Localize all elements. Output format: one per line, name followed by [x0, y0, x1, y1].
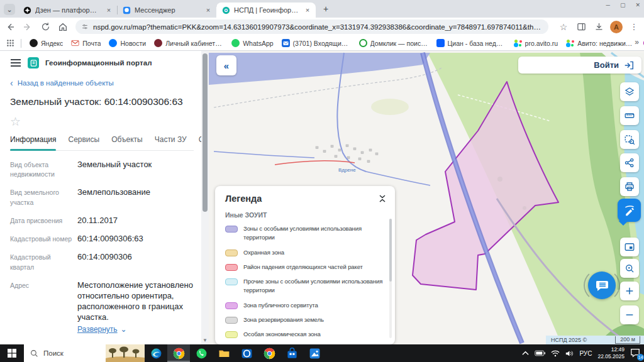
window-minimize-icon[interactable]: ─ [606, 2, 610, 8]
back-to-results-link[interactable]: ‹ Назад в найденные объекты [10, 78, 194, 88]
apps-grid-icon[interactable] [6, 39, 14, 47]
taskbar-photos[interactable] [303, 344, 326, 362]
address-bar[interactable]: nspd.gov.ru/map?thematic=PKK&zoom=14.631… [75, 19, 548, 34]
bookmark-item[interactable]: Авито: недвижимо... [566, 39, 635, 47]
panel-scrollbar[interactable]: ▼ [201, 51, 209, 344]
tab-title: НСПД | Геоинформационный [234, 6, 299, 14]
bookmark-item[interactable]: Личный кабинет р... [154, 39, 223, 47]
bookmark-item[interactable]: Новости [109, 39, 146, 47]
window-close-icon[interactable]: ✕ [635, 2, 640, 8]
bookmark-item[interactable]: Почта [71, 39, 101, 47]
login-bar[interactable]: Войти [518, 57, 641, 74]
expand-address-link[interactable]: Развернуть ⌄ [77, 325, 194, 335]
minimap-tool-button[interactable] [620, 238, 639, 256]
taskbar-chrome-active[interactable] [167, 344, 190, 362]
side-panel-icon[interactable] [574, 19, 589, 35]
forward-icon[interactable] [20, 19, 35, 35]
legend-item: Прочие зоны с особыми условиями использо… [225, 277, 386, 295]
bookmark-item[interactable]: (3701) Входящие -... [282, 39, 351, 47]
zoom-out-button[interactable] [620, 305, 639, 324]
legend-scrollbar[interactable] [389, 219, 392, 338]
downloads-icon[interactable] [591, 19, 606, 35]
printer-icon [624, 181, 635, 192]
bookmark-item[interactable]: Циан - база недви... [436, 39, 506, 47]
legend-item-label: Зона резервирования земель [243, 315, 324, 324]
zoom-in-button[interactable] [620, 282, 639, 300]
tab-close-icon[interactable]: × [204, 6, 213, 14]
window-controls: ─ ▢ ✕ [606, 2, 640, 8]
taskbar-whatsapp[interactable] [190, 344, 213, 362]
browser-menu-icon[interactable]: ⋮ [626, 19, 641, 35]
tab-parcel-parts[interactable]: Части ЗУ [155, 135, 187, 150]
draw-pen-icon [623, 204, 636, 217]
bookmark-label: Новости [120, 40, 146, 47]
legend-swatch [225, 331, 238, 338]
legend-item-label: Район падения отделяющихся частей ракет [243, 263, 363, 272]
taskbar-outlook[interactable] [235, 344, 258, 362]
chrome-icon [173, 348, 185, 359]
legend-item-label: Особая экономическая зона [243, 330, 321, 339]
chrome-icon [264, 348, 275, 359]
area-search-tool-button[interactable] [620, 130, 639, 149]
annotation-tool-button-active[interactable] [618, 199, 641, 222]
login-label: Войти [594, 60, 619, 70]
battery-icon[interactable] [535, 350, 545, 356]
browser-tab-dzen[interactable]: Дзен — платформа для прос... × [18, 3, 117, 18]
language-indicator[interactable]: РУС [579, 350, 592, 357]
chat-support-button[interactable] [588, 272, 616, 299]
share-tool-button[interactable] [620, 153, 639, 172]
site-settings-icon[interactable] [82, 23, 88, 31]
start-button[interactable] [0, 344, 24, 362]
portal-header: Геоинформационный портал [10, 57, 194, 69]
speaker-icon[interactable] [565, 350, 574, 357]
url-text[interactable]: nspd.gov.ru/map?thematic=PKK&zoom=14.631… [93, 23, 542, 31]
tab-close-icon[interactable]: × [104, 6, 113, 14]
windows-taskbar: Поиск [0, 344, 644, 362]
taskbar-chrome-2[interactable] [258, 344, 280, 362]
bookmark-item[interactable]: WhatsApp [231, 39, 273, 47]
collapse-panel-button[interactable]: « [216, 55, 236, 75]
yandex-favicon [30, 39, 38, 47]
tab-objects[interactable]: Объекты [111, 135, 143, 150]
layers-tool-button[interactable] [620, 82, 639, 101]
back-chevron-icon: ‹ [10, 78, 13, 88]
taskbar-explorer[interactable] [213, 344, 235, 362]
taskbar-store[interactable] [280, 344, 303, 362]
bookmark-item[interactable]: pro.avito.ru [514, 39, 558, 47]
tab-close-icon[interactable]: × [303, 6, 312, 14]
profile-avatar[interactable]: A [609, 19, 624, 35]
scrollbar-thumb[interactable] [203, 53, 208, 212]
bookmark-label: (3701) Входящие -... [293, 40, 351, 47]
scrollbar-down-icon[interactable]: ▼ [201, 337, 209, 343]
bookmark-item[interactable]: Яндекс [30, 39, 63, 47]
tab-search-button[interactable]: ⌄ [4, 4, 15, 15]
taskbar-search[interactable]: Поиск [24, 344, 145, 362]
tab-services[interactable]: Сервисы [68, 135, 99, 150]
browser-tab-messenger[interactable]: Мессенджер × [117, 3, 216, 18]
legend-collapse-icon[interactable] [379, 194, 386, 203]
reload-icon[interactable] [38, 19, 53, 35]
coordinate-search-tool-button[interactable] [620, 259, 639, 278]
measure-tool-button[interactable] [620, 106, 639, 125]
taskbar-edge[interactable] [145, 344, 167, 362]
notification-center-icon[interactable]: 14 [630, 348, 641, 359]
browser-tab-nspd[interactable]: НСПД | Геоинформационный × [216, 3, 316, 18]
legend-scrollbar-thumb[interactable] [389, 219, 392, 282]
bookmarks-overflow-icon[interactable]: » [635, 38, 639, 47]
field-row-address: Адрес Местоположение установлено относит… [10, 280, 194, 335]
tray-expand-icon[interactable] [522, 351, 529, 356]
window-maximize-icon[interactable]: ▢ [620, 2, 626, 8]
print-tool-button[interactable] [620, 177, 639, 196]
home-icon[interactable] [55, 19, 70, 35]
legend-item: Охранная зона [225, 248, 386, 257]
favorite-star-icon[interactable]: ☆ [10, 114, 194, 129]
bookmark-star-icon[interactable]: ☆ [556, 19, 571, 35]
new-tab-button[interactable]: + [319, 3, 332, 15]
back-icon[interactable] [3, 19, 18, 35]
taskbar-clock[interactable]: 12:49 22.05.2025 [597, 346, 625, 359]
bookmark-item[interactable]: Домклик — поиск... [359, 39, 428, 47]
plus-icon [625, 286, 635, 296]
tab-information[interactable]: Информация [10, 135, 56, 150]
wifi-icon[interactable] [551, 350, 560, 357]
hamburger-menu-icon[interactable] [10, 58, 21, 67]
